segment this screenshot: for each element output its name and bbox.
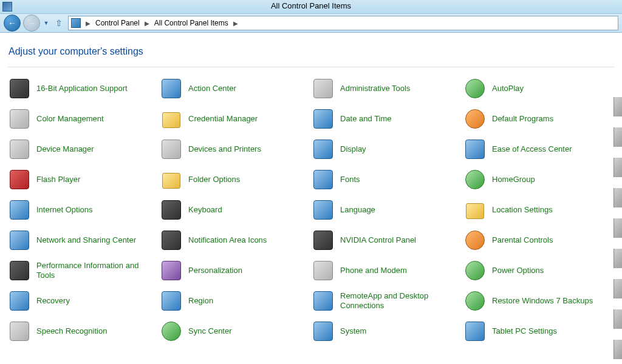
control-panel-item[interactable]: Credential Manager — [159, 104, 311, 134]
item-icon — [313, 140, 333, 159]
item-label: Sync Center — [188, 326, 232, 336]
item-icon — [313, 231, 333, 250]
control-panel-item[interactable]: Network and Sharing Center — [7, 225, 159, 255]
item-label: Region — [188, 296, 213, 306]
control-panel-item[interactable]: Default Programs — [463, 104, 615, 134]
control-panel-item[interactable]: Recovery — [7, 286, 159, 316]
control-panel-item[interactable]: Date and Time — [311, 104, 463, 134]
control-panel-item[interactable]: Display — [311, 134, 463, 164]
item-label: Display — [340, 144, 366, 154]
chevron-down-icon: ▼ — [44, 20, 49, 26]
control-panel-item[interactable]: Power Options — [463, 255, 615, 286]
control-panel-item[interactable]: Phone and Modem — [311, 255, 463, 286]
item-label: Keyboard — [188, 205, 222, 215]
item-icon — [465, 291, 485, 311]
item-icon — [10, 170, 29, 189]
item-icon — [10, 140, 29, 159]
item-label: Notification Area Icons — [188, 235, 267, 245]
control-panel-item[interactable]: RemoteApp and Desktop Connections — [311, 286, 463, 316]
control-panel-item[interactable]: Devices and Printers — [159, 134, 311, 164]
item-icon — [10, 261, 29, 280]
control-panel-item[interactable]: Notification Area Icons — [159, 225, 311, 255]
item-label: Recovery — [36, 296, 70, 306]
window-title: All Control Panel Items — [271, 1, 351, 10]
item-icon — [10, 231, 29, 250]
control-panel-item[interactable]: Language — [311, 195, 463, 225]
item-label: NVIDIA Control Panel — [340, 235, 416, 245]
breadcrumb-separator: ▶ — [83, 20, 93, 27]
recent-locations-dropdown[interactable]: ▼ — [43, 17, 50, 29]
control-panel-item[interactable]: HomeGroup — [463, 164, 615, 195]
breadcrumb-root[interactable]: Control Panel — [94, 18, 141, 29]
item-icon — [313, 261, 333, 280]
item-icon — [10, 200, 29, 220]
item-label: 16-Bit Application Support — [36, 84, 128, 93]
item-icon — [313, 170, 333, 189]
item-icon — [465, 322, 485, 341]
item-label: Credential Manager — [188, 114, 258, 124]
control-panel-item[interactable]: Ease of Access Center — [463, 134, 615, 164]
item-icon — [162, 231, 181, 250]
control-panel-icon — [71, 18, 81, 28]
item-icon — [313, 291, 333, 311]
control-panel-item[interactable]: Keyboard — [159, 195, 311, 225]
items-grid: 16-Bit Application SupportAction CenterA… — [7, 73, 615, 346]
control-panel-item[interactable]: 16-Bit Application Support — [7, 73, 159, 104]
control-panel-item[interactable]: System — [311, 316, 463, 346]
control-panel-item[interactable]: Administrative Tools — [311, 73, 463, 104]
item-icon — [465, 261, 485, 280]
item-icon — [313, 200, 333, 220]
item-icon — [10, 322, 29, 341]
control-panel-item[interactable]: Flash Player — [7, 164, 159, 195]
breadcrumb-separator: ▶ — [231, 20, 241, 27]
control-panel-item[interactable]: Sync Center — [159, 316, 311, 346]
control-panel-item[interactable]: Action Center — [159, 73, 311, 104]
item-icon — [465, 109, 485, 129]
system-menu-icon[interactable] — [2, 2, 12, 12]
back-button[interactable]: ← — [4, 15, 21, 32]
control-panel-item[interactable]: Tablet PC Settings — [463, 316, 615, 346]
item-icon — [10, 79, 29, 98]
forward-button[interactable]: → — [23, 15, 40, 32]
arrow-left-icon: ← — [8, 18, 16, 28]
item-icon — [162, 170, 181, 189]
item-label: Color Management — [36, 114, 104, 124]
control-panel-item[interactable]: Region — [159, 286, 311, 316]
item-label: Tablet PC Settings — [492, 326, 557, 336]
control-panel-item[interactable]: Device Manager — [7, 134, 159, 164]
control-panel-item[interactable]: Personalization — [159, 255, 311, 286]
item-icon — [465, 200, 485, 220]
control-panel-item[interactable]: Parental Controls — [463, 225, 615, 255]
item-icon — [313, 79, 333, 98]
item-icon — [162, 109, 181, 129]
control-panel-item[interactable]: Fonts — [311, 164, 463, 195]
page-heading: Adjust your computer's settings — [9, 46, 615, 57]
control-panel-item[interactable]: Internet Options — [7, 195, 159, 225]
item-icon — [313, 109, 333, 129]
breadcrumb-separator: ▶ — [142, 20, 152, 27]
item-label: Fonts — [340, 175, 360, 184]
item-label: Performance Information and Tools — [36, 261, 152, 280]
control-panel-item[interactable]: Color Management — [7, 104, 159, 134]
breadcrumb-current[interactable]: All Control Panel Items — [153, 18, 230, 29]
item-label: Restore Windows 7 Backups — [492, 296, 593, 306]
navigation-bar: ← → ▼ ⇧ ▶ Control Panel ▶ All Control Pa… — [0, 14, 622, 33]
item-label: AutoPlay — [492, 84, 524, 93]
up-button[interactable]: ⇧ — [52, 16, 66, 30]
item-label: System — [340, 326, 366, 336]
control-panel-item[interactable]: Location Settings — [463, 195, 615, 225]
item-icon — [162, 79, 181, 98]
item-icon — [465, 140, 485, 159]
item-icon — [465, 79, 485, 98]
control-panel-item[interactable]: NVIDIA Control Panel — [311, 225, 463, 255]
control-panel-item[interactable]: Performance Information and Tools — [7, 255, 159, 286]
item-icon — [162, 291, 181, 311]
content-area: Adjust your computer's settings 16-Bit A… — [0, 33, 622, 346]
control-panel-item[interactable]: Speech Recognition — [7, 316, 159, 346]
control-panel-item[interactable]: Folder Options — [159, 164, 311, 195]
item-label: Date and Time — [340, 114, 392, 124]
control-panel-item[interactable]: Restore Windows 7 Backups — [463, 286, 615, 316]
arrow-right-icon: → — [27, 18, 36, 28]
control-panel-item[interactable]: AutoPlay — [463, 73, 615, 104]
address-bar[interactable]: ▶ Control Panel ▶ All Control Panel Item… — [68, 16, 618, 30]
